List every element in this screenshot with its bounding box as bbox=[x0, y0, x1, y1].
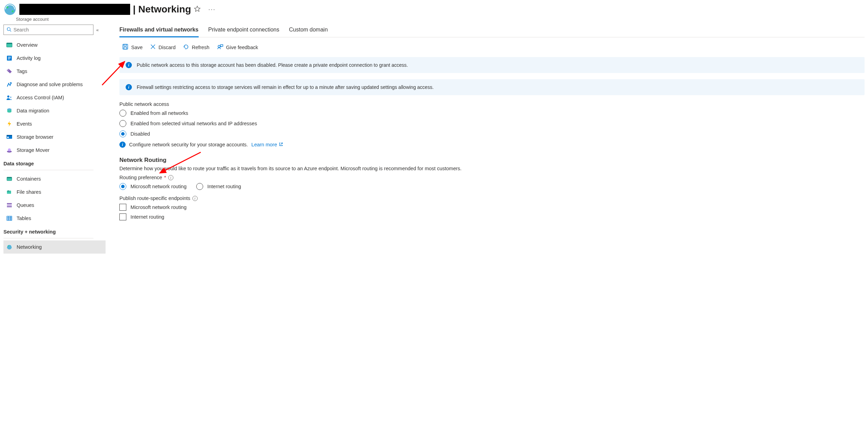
search-input[interactable] bbox=[13, 27, 90, 33]
discard-icon bbox=[150, 44, 156, 51]
sidebar-item-queues[interactable]: Queues bbox=[3, 199, 106, 212]
radio-input[interactable] bbox=[119, 110, 126, 117]
tab-custom-domain[interactable]: Custom domain bbox=[289, 24, 328, 37]
info-banner-firewall-delay: i Firewall settings restricting access t… bbox=[119, 79, 865, 95]
sidebar-item-data-migration[interactable]: Data migration bbox=[3, 104, 106, 117]
svg-point-33 bbox=[8, 246, 9, 247]
sidebar-item-label: Tags bbox=[17, 69, 27, 74]
checkbox-microsoft-routing[interactable]: Microsoft network routing bbox=[119, 204, 865, 211]
sidebar-item-storage-mover[interactable]: Storage Mover bbox=[3, 144, 106, 157]
sidebar-item-containers[interactable]: Containers bbox=[3, 172, 106, 185]
svg-point-13 bbox=[10, 97, 11, 98]
containers-icon bbox=[6, 176, 12, 182]
sidebar-item-diagnose[interactable]: Diagnose and solve problems bbox=[3, 78, 106, 91]
sidebar-item-file-shares[interactable]: File shares bbox=[3, 185, 106, 199]
svg-rect-26 bbox=[7, 206, 12, 207]
sidebar-item-label: Overview bbox=[17, 42, 37, 48]
publish-endpoints-label-row: Publish route-specific endpoints i bbox=[119, 195, 865, 201]
sidebar-item-label: Events bbox=[17, 121, 32, 127]
sidebar-item-label: Storage Mover bbox=[17, 147, 49, 153]
public-access-label: Public network access bbox=[119, 101, 865, 107]
sidebar-item-label: File shares bbox=[17, 189, 41, 195]
info-icon: i bbox=[119, 142, 126, 148]
svg-rect-24 bbox=[7, 203, 12, 204]
radio-enabled-all[interactable]: Enabled from all networks bbox=[119, 110, 865, 117]
radio-input[interactable] bbox=[196, 183, 203, 190]
sidebar-item-label: Queues bbox=[17, 202, 34, 208]
checkbox-input[interactable] bbox=[119, 213, 126, 220]
main-content: Firewalls and virtual networks Private e… bbox=[106, 22, 868, 254]
sidebar-item-label: Tables bbox=[17, 216, 31, 221]
radio-enabled-selected[interactable]: Enabled from selected virtual networks a… bbox=[119, 120, 865, 127]
page-header: | Networking ··· bbox=[0, 0, 868, 17]
checkbox-input[interactable] bbox=[119, 204, 126, 211]
divider bbox=[3, 170, 93, 170]
svg-point-0 bbox=[4, 4, 16, 15]
svg-point-15 bbox=[7, 109, 11, 110]
sidebar-item-label: Storage browser bbox=[17, 134, 53, 140]
svg-rect-27 bbox=[7, 216, 12, 220]
public-access-radio-group: Enabled from all networks Enabled from s… bbox=[119, 110, 865, 137]
access-control-icon bbox=[6, 94, 12, 101]
storage-browser-icon bbox=[6, 134, 12, 140]
radio-microsoft-routing[interactable]: Microsoft network routing bbox=[119, 183, 187, 190]
sidebar-search[interactable] bbox=[3, 25, 93, 35]
sidebar-item-storage-browser[interactable]: Storage browser bbox=[3, 130, 106, 144]
sidebar-item-tables[interactable]: Tables bbox=[3, 212, 106, 225]
routing-pref-label-row: Routing preference * i bbox=[119, 175, 865, 180]
routing-heading: Network Routing bbox=[119, 157, 865, 164]
radio-input[interactable] bbox=[119, 120, 126, 127]
svg-point-1 bbox=[7, 6, 9, 8]
radio-disabled[interactable]: Disabled bbox=[119, 130, 865, 137]
checkbox-internet-routing[interactable]: Internet routing bbox=[119, 213, 865, 220]
info-tooltip-icon[interactable]: i bbox=[168, 175, 173, 180]
tabs-bar: Firewalls and virtual networks Private e… bbox=[119, 24, 865, 37]
svg-point-3 bbox=[7, 27, 10, 30]
info-tooltip-icon[interactable]: i bbox=[192, 196, 198, 201]
feedback-button[interactable]: Give feedback bbox=[217, 44, 258, 51]
radio-input[interactable] bbox=[119, 130, 126, 137]
queues-icon bbox=[6, 202, 12, 208]
refresh-icon bbox=[183, 44, 189, 51]
sidebar-item-networking[interactable]: Networking bbox=[3, 240, 106, 254]
tab-firewalls[interactable]: Firewalls and virtual networks bbox=[119, 24, 199, 37]
svg-rect-22 bbox=[7, 177, 12, 178]
svg-rect-9 bbox=[8, 58, 11, 58]
networking-icon bbox=[6, 244, 12, 250]
radio-input[interactable] bbox=[119, 183, 126, 190]
svg-rect-35 bbox=[124, 44, 126, 46]
svg-point-39 bbox=[218, 45, 220, 47]
toolbar: Save Discard Refresh Give feedback bbox=[119, 42, 865, 57]
sidebar-item-tags[interactable]: Tags bbox=[3, 65, 106, 78]
publish-endpoints-checkbox-group: Microsoft network routing Internet routi… bbox=[119, 204, 865, 220]
learn-more-link[interactable]: Learn more bbox=[251, 142, 283, 147]
sidebar-item-access-control[interactable]: Access Control (IAM) bbox=[3, 91, 106, 104]
refresh-button[interactable]: Refresh bbox=[183, 44, 209, 51]
sidebar-item-overview[interactable]: Overview bbox=[3, 38, 106, 52]
overview-icon bbox=[6, 42, 12, 48]
svg-rect-18 bbox=[7, 137, 9, 138]
save-button[interactable]: Save bbox=[122, 44, 143, 51]
sidebar-section-security: Security + networking bbox=[3, 225, 106, 237]
configure-security-help: i Configure network security for your st… bbox=[119, 142, 865, 148]
svg-rect-8 bbox=[8, 57, 11, 57]
radio-internet-routing[interactable]: Internet routing bbox=[196, 183, 241, 190]
sidebar-item-label: Containers bbox=[17, 176, 41, 182]
sidebar-item-activity-log[interactable]: Activity log bbox=[3, 52, 106, 65]
diagnose-icon bbox=[6, 81, 12, 88]
routing-pref-radio-group: Microsoft network routing Internet routi… bbox=[119, 183, 865, 190]
collapse-sidebar-icon[interactable]: « bbox=[96, 27, 98, 33]
info-icon: i bbox=[126, 84, 132, 90]
storage-mover-icon bbox=[6, 147, 12, 153]
feedback-icon bbox=[217, 44, 223, 51]
discard-button[interactable]: Discard bbox=[150, 44, 175, 51]
sidebar-item-events[interactable]: Events bbox=[3, 117, 106, 130]
header-subtitle: Storage account bbox=[16, 17, 868, 22]
sidebar-item-label: Data migration bbox=[17, 108, 49, 113]
page-title: | Networking bbox=[133, 4, 191, 15]
tab-private-endpoints[interactable]: Private endpoint connections bbox=[208, 24, 279, 37]
search-icon bbox=[7, 27, 11, 33]
more-menu-icon[interactable]: ··· bbox=[208, 6, 216, 13]
svg-point-12 bbox=[7, 95, 9, 98]
favorite-star-icon[interactable] bbox=[194, 6, 201, 13]
